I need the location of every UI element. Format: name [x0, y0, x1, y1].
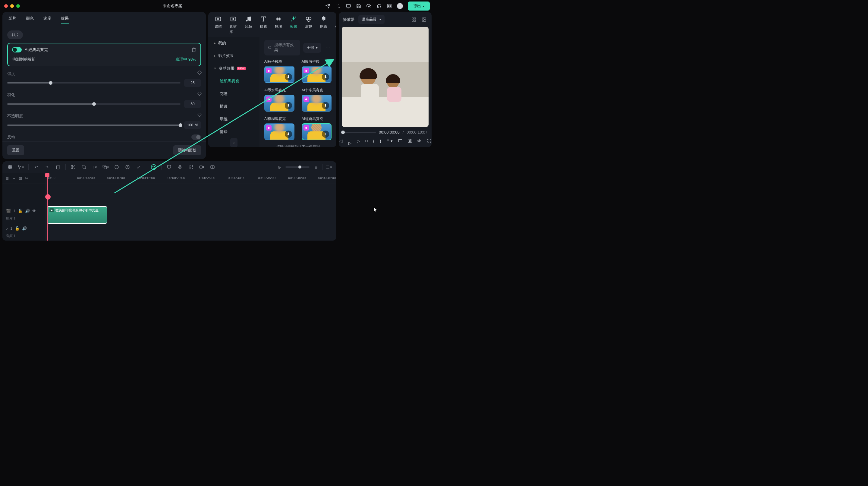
- video-preview[interactable]: [342, 27, 429, 127]
- text-tool-icon[interactable]: T▾: [92, 164, 98, 170]
- tab-stock[interactable]: 素材庫: [229, 15, 237, 34]
- delete-icon[interactable]: [55, 164, 61, 170]
- opacity-slider[interactable]: [7, 124, 181, 126]
- sidebar-item-video-effects[interactable]: ▶影片效果: [208, 50, 259, 62]
- export-button[interactable]: 導出 ▾: [408, 1, 430, 10]
- speed-icon[interactable]: [124, 164, 131, 170]
- snap-icon[interactable]: ✂: [25, 176, 28, 181]
- select-tool-icon[interactable]: ▾: [18, 164, 24, 170]
- color-icon[interactable]: [113, 164, 120, 170]
- close-window-icon[interactable]: [4, 4, 8, 8]
- effect-card[interactable]: AI墨水馬賽克 ◆⬇: [264, 88, 294, 112]
- download-icon[interactable]: ⬇: [322, 102, 329, 109]
- send-icon[interactable]: [325, 3, 331, 9]
- cut-icon[interactable]: [70, 164, 76, 170]
- mute-icon[interactable]: 🔊: [22, 226, 27, 231]
- tab-media[interactable]: 媒體: [214, 15, 222, 34]
- zoom-slider[interactable]: [285, 166, 310, 168]
- quality-dropdown[interactable]: 最高品質▾: [358, 15, 384, 24]
- image-icon[interactable]: [421, 16, 427, 23]
- effect-thumbnail[interactable]: ◆+: [302, 123, 332, 140]
- more-icon[interactable]: ⋯: [324, 44, 332, 52]
- minimize-window-icon[interactable]: [10, 4, 14, 8]
- scope-chip[interactable]: 影片: [7, 30, 23, 39]
- sidebar-item-clone[interactable]: 克隆: [208, 87, 259, 100]
- audio-track-header[interactable]: ♪1 🔓 🔊: [2, 223, 44, 234]
- scrub-slider[interactable]: [343, 132, 376, 133]
- video-clip[interactable]: ▶ 微笑的印度母親和小初中女生: [47, 206, 107, 224]
- add-icon[interactable]: +: [322, 130, 329, 138]
- tab-video-props[interactable]: 影片: [8, 16, 16, 24]
- effect-thumbnail[interactable]: ◆⬇: [264, 95, 294, 112]
- tab-speed-props[interactable]: 速度: [43, 16, 51, 24]
- timeline-ruler[interactable]: 00:00 00:00:05:00 00:00:10:00 00:00:15:0…: [44, 173, 336, 184]
- timeline-tracks[interactable]: 00:00 00:00:05:00 00:00:10:00 00:00:15:0…: [44, 173, 336, 241]
- fullscreen-icon[interactable]: [427, 138, 431, 144]
- opacity-value[interactable]: 100 %: [184, 121, 201, 129]
- link-tracks-icon[interactable]: ⫘: [12, 176, 16, 181]
- mixer-icon[interactable]: [187, 164, 194, 170]
- lock-icon[interactable]: 🔓: [15, 226, 20, 231]
- sidebar-collapse-button[interactable]: ‹: [230, 138, 238, 147]
- tab-effect-props[interactable]: 效果: [61, 16, 69, 24]
- download-icon[interactable]: ⬇: [285, 130, 292, 138]
- filter-dropdown[interactable]: 全部▾: [303, 43, 321, 53]
- marker-menu-icon[interactable]: ▾: [386, 138, 393, 144]
- headphones-icon[interactable]: [376, 3, 382, 9]
- download-icon[interactable]: ⬇: [322, 73, 329, 81]
- snapshot-icon[interactable]: [408, 138, 412, 144]
- copy-icon[interactable]: ▾: [102, 164, 109, 170]
- processing-status[interactable]: 處理中 93%: [176, 57, 196, 62]
- effect-card[interactable]: AI經典馬賽克 ◆+: [302, 116, 332, 140]
- sidebar-item-face-mosaic[interactable]: 臉部馬賽克: [208, 75, 259, 87]
- play-icon[interactable]: ▷: [357, 138, 360, 144]
- link-icon[interactable]: [198, 164, 205, 170]
- download-icon[interactable]: ⬇: [285, 73, 292, 81]
- track-options-icon[interactable]: ▾: [326, 164, 332, 170]
- zoom-in-icon[interactable]: ⊕: [313, 164, 319, 170]
- effect-thumbnail[interactable]: ◆⬇: [302, 66, 332, 83]
- redo-icon[interactable]: ↷: [44, 164, 50, 170]
- intensity-slider[interactable]: [7, 82, 181, 84]
- effect-toggle[interactable]: [12, 47, 22, 53]
- mark-out-icon[interactable]: }: [380, 138, 381, 144]
- display-icon[interactable]: [398, 138, 402, 144]
- tab-audio[interactable]: 音頻: [244, 15, 252, 34]
- layout-icon[interactable]: [7, 164, 13, 170]
- tab-color-props[interactable]: 顏色: [26, 16, 34, 24]
- cloud-icon[interactable]: [366, 3, 372, 9]
- maximize-window-icon[interactable]: [16, 4, 20, 8]
- save-icon[interactable]: [356, 3, 361, 9]
- effect-card[interactable]: AI模糊馬賽克 ◆⬇: [264, 116, 294, 140]
- tab-template[interactable]: 模板: [335, 15, 336, 34]
- tab-transition[interactable]: 轉場: [275, 15, 282, 34]
- keyframe-panel-button[interactable]: 關鍵幀面板: [173, 145, 201, 155]
- feather-slider[interactable]: [7, 103, 181, 104]
- crop-icon[interactable]: [81, 164, 87, 170]
- undo-icon[interactable]: ↶: [33, 164, 39, 170]
- sidebar-item-my[interactable]: ▶我的: [208, 37, 259, 50]
- apps-icon[interactable]: [387, 3, 392, 9]
- stop-icon[interactable]: □: [365, 138, 368, 144]
- tab-effect[interactable]: 效果: [290, 15, 298, 34]
- sidebar-item-emotion[interactable]: 情緒: [208, 125, 259, 138]
- download-icon[interactable]: ⬇: [285, 102, 292, 109]
- sidebar-item-body-effects[interactable]: ▼身體效果NEW: [208, 62, 259, 75]
- effect-thumbnail[interactable]: ◆⬇: [264, 123, 294, 140]
- step-back-icon[interactable]: |▷: [348, 138, 351, 144]
- prev-frame-icon[interactable]: ◁|: [339, 138, 343, 144]
- delete-icon[interactable]: [191, 47, 196, 52]
- video-track-header[interactable]: 🎬1 🔓 🔊 👁: [2, 206, 44, 216]
- effect-thumbnail[interactable]: ◆⬇: [264, 66, 294, 83]
- keyframe-icon[interactable]: [197, 92, 202, 96]
- search-input[interactable]: 搜尋所有效果: [264, 40, 300, 56]
- sidebar-item-outline[interactable]: 描邊: [208, 100, 259, 113]
- ai-face-icon[interactable]: [150, 164, 157, 170]
- tab-sticker[interactable]: 貼紙: [320, 15, 328, 34]
- playhead[interactable]: [47, 173, 48, 241]
- keyframe-icon[interactable]: [197, 113, 202, 117]
- mark-in-icon[interactable]: {: [373, 138, 374, 144]
- volume-icon[interactable]: [417, 138, 422, 144]
- effect-card[interactable]: AI粒子模糊 ◆⬇: [264, 59, 294, 83]
- effect-card[interactable]: AI十字馬賽克 ◆⬇: [302, 88, 332, 112]
